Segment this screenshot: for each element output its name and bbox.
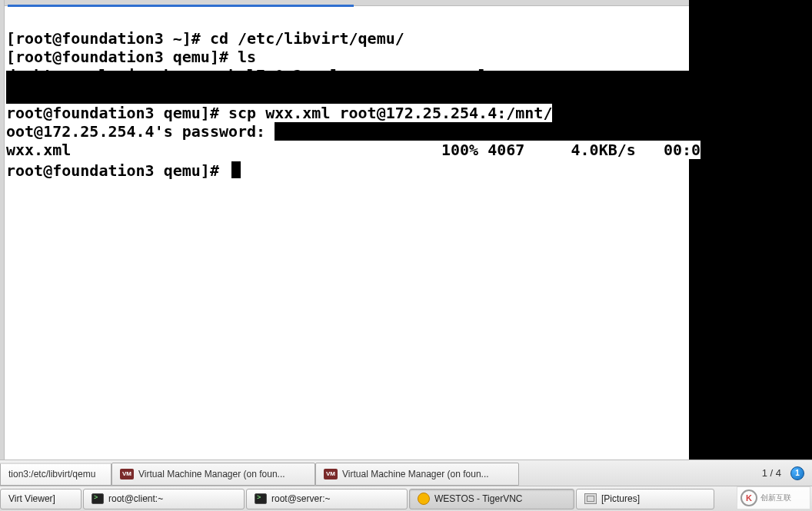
inner-tab-terminal[interactable]: tion3:/etc/libvirt/qemu xyxy=(0,463,111,486)
task-label: WESTOS - TigerVNC xyxy=(434,493,522,504)
task-root-server[interactable]: root@server:~ xyxy=(246,489,408,509)
command: ls xyxy=(238,48,256,66)
window-left-border xyxy=(0,0,5,461)
task-label: root@server:~ xyxy=(271,493,331,504)
pager-badge[interactable]: 1 xyxy=(790,466,804,480)
watermark: K 创新互联 xyxy=(737,486,810,509)
vnc-icon xyxy=(418,493,430,505)
inner-tab-bar: tion3:/etc/libvirt/qemu VM Virtual Machi… xyxy=(0,460,812,486)
tab-label: Virtual Machine Manager (on foun... xyxy=(138,469,285,479)
tab-active-underline xyxy=(8,5,354,7)
task-label: root@client:~ xyxy=(108,493,163,504)
right-black-pane xyxy=(689,0,812,461)
prompt: root@foundation3 qemu]# xyxy=(6,161,228,180)
task-label: [Pictures] xyxy=(601,493,640,504)
prompt: root@foundation3 qemu]# xyxy=(6,104,228,122)
task-pictures[interactable]: [Pictures] xyxy=(576,489,714,509)
cursor xyxy=(231,161,241,178)
pager-text: 1 / 4 xyxy=(762,467,781,479)
scp-progress: wxx.xml 100% 4067 4.0KB/s 00:0 xyxy=(6,141,701,159)
workspace-pager: 1 / 4 1 xyxy=(762,466,804,480)
terminal-icon xyxy=(92,493,104,504)
prompt: [root@foundation3 ~]# xyxy=(6,29,210,48)
task-root-client[interactable]: root@client:~ xyxy=(83,489,245,509)
prompt: [root@foundation3 qemu]# xyxy=(6,48,238,66)
command: scp wxx.xml root@172.25.254.4:/mnt/ xyxy=(228,104,552,122)
command: cd /etc/libvirt/qemu/ xyxy=(210,29,404,48)
task-westos-vnc[interactable]: WESTOS - TigerVNC xyxy=(409,489,574,509)
watermark-logo: K xyxy=(740,489,757,506)
tab-label: Virtual Machine Manager (on foun... xyxy=(342,469,489,479)
tab-label: tion3:/etc/libvirt/qemu xyxy=(8,469,95,479)
password-prompt: oot@172.25.254.4's password: xyxy=(6,122,275,141)
desktop-root: [root@foundation3 ~]# cd /etc/libvirt/qe… xyxy=(0,0,812,511)
watermark-text: 创新互联 xyxy=(760,493,791,503)
vmm-icon: VM xyxy=(324,469,338,479)
task-virt-viewer[interactable]: Virt Viewer] xyxy=(0,489,82,509)
terminal-icon xyxy=(255,493,267,504)
inner-tab-vmm2[interactable]: VM Virtual Machine Manager (on foun... xyxy=(315,463,519,486)
inner-tab-vmm1[interactable]: VM Virtual Machine Manager (on foun... xyxy=(111,463,315,486)
vmm-icon: VM xyxy=(120,469,134,479)
folder-icon xyxy=(584,493,597,504)
task-label: Virt Viewer] xyxy=(8,493,55,504)
terminal-window[interactable]: [root@foundation3 ~]# cd /etc/libvirt/qe… xyxy=(0,0,689,461)
taskbar: Virt Viewer] root@client:~ root@server:~… xyxy=(0,486,812,511)
obscured-content: root@foundation3 qemu]# scp wxx.xml root… xyxy=(6,85,701,198)
